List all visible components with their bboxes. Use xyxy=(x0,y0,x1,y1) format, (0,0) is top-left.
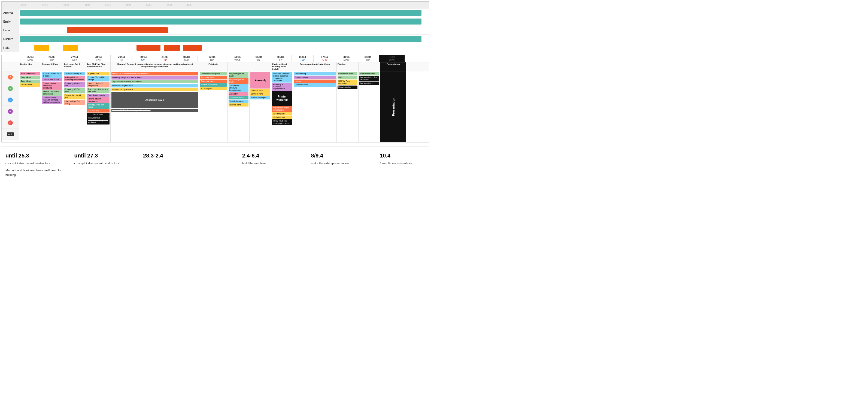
gantt-bar-hala-5 xyxy=(183,45,202,51)
circle-r: R xyxy=(8,109,13,114)
task-paste-sand: Paste or Sand Printing head install xyxy=(271,62,293,71)
note-bring-ideas-1: Bring Ideas xyxy=(20,76,40,79)
circle-a: A xyxy=(8,75,13,79)
col-09-04: Finalize the video Documentation, Try wi… xyxy=(359,71,380,142)
note-designing-rotational: Designing rotational bed xyxy=(64,82,85,88)
col-10-04-presentation: Presentation xyxy=(380,71,406,142)
gantt-track-riichiro xyxy=(19,35,429,43)
gantt-track-andrea xyxy=(19,8,429,17)
cal-col-29-03: 29/03 Fri xyxy=(111,55,132,62)
note-1030am-mtg: 10:30am Morning MTG xyxy=(64,72,85,75)
note-more-reference: More Reference xyxy=(20,72,40,75)
note-idealy-final: Idealy Have final paste printed piece xyxy=(272,119,292,125)
note-26-purple2: Documentation research for video making … xyxy=(42,96,62,104)
note-need-tools: Need Tools! xyxy=(87,113,110,116)
cal-col-09-04: 09/04 Tue xyxy=(357,55,379,62)
col-08-04: Finalize the video Slide 3D Print Parts … xyxy=(337,71,359,142)
col-28-03: 3Dprint gears Prepare 3D print file syri… xyxy=(86,71,111,142)
gantt-bar-riichiro xyxy=(20,36,422,42)
gantt-name-labels: Andrea Emily Lena Riichiro Hala xyxy=(2,2,19,52)
gantt-bar-lena xyxy=(67,27,168,33)
note-finalize-09: Finalize the video xyxy=(359,72,379,75)
summary-col-25: until 25.3 concept + discuss with instru… xyxy=(4,153,70,178)
summary-text-10: 1 min Video Presentation xyxy=(380,161,422,166)
note-3dprint-gears: 3Dprint gears xyxy=(87,72,110,75)
summary-date-25: until 25.3 xyxy=(5,153,66,159)
note-assemble-day3-or: or Assemble Day 3 and enjoyed the weeken… xyxy=(112,109,198,112)
row-label-e: E xyxy=(2,83,19,94)
cal-col-08-04: 08/04 Mon xyxy=(335,55,357,62)
note-27-laser-safety: Laser safety / Gas setting xyxy=(64,100,85,105)
gantt-label-emily: Emily xyxy=(2,17,19,26)
row-labels: A E L R H ALL xyxy=(2,71,19,142)
note-assembly-03: Assembly xyxy=(228,92,248,96)
gantt-bar-hala-4 xyxy=(164,45,180,51)
col-06-07-04: Video editing Documentation Naming Docum… xyxy=(293,71,337,142)
col-04-04: Assembly 3D Print Parts 3D Print Parts G… xyxy=(250,71,271,142)
task-presentation: Presentation xyxy=(380,62,406,71)
cal-col-27-03: 27/03 Wed xyxy=(63,55,86,62)
col-05-04: Research Mentions to drive-supported com… xyxy=(271,71,293,142)
note-bring-ideas-2: Bring Ideas xyxy=(20,79,40,83)
note-doc-try-sand: Documentation, Try with Sand xyxy=(359,76,379,82)
note-documentation-08: Documentation xyxy=(338,86,358,89)
gantt-timescale: 25/03 27/03 29/03 31/03 02/04 04/04 06/0… xyxy=(19,2,429,8)
note-assembly-frame-2: Assembly frame xyxy=(200,79,227,83)
col-25-03: More Reference Bring Ideas Bring Ideas D… xyxy=(19,71,41,142)
summary-date-24: 2.4-6.4 xyxy=(242,153,303,159)
note-slide-08: Slide xyxy=(338,76,358,79)
note-26-pink: Documentation check with scheduling xyxy=(42,82,62,90)
note-discuss-tutors: Discuss with Tutors xyxy=(42,78,62,82)
note-trouble-firmware-03b: Trouble firmware xyxy=(228,100,248,103)
content-grid: A E L R H ALL More Reference B xyxy=(1,71,429,142)
note-missing-3d: Missing 3d print components xyxy=(87,97,110,103)
cal-col-26-03: 26/03 Tue xyxy=(41,55,63,62)
gantt-label-riichiro: Riichiro xyxy=(2,35,19,43)
note-assembly-04: Assembly xyxy=(250,72,270,89)
gantt-label-lena: Lena xyxy=(2,26,19,35)
note-trouble-firmware-03: Trouble firmware xyxy=(228,96,248,99)
note-research-05: Research Mentions to drive-supported com… xyxy=(272,72,292,83)
note-assemble-day2: Assemble Day 2 xyxy=(112,92,198,108)
gantt-bar-hala-2 xyxy=(63,45,78,51)
col-26-03: 10:30m Discuss Idea & Decide Discuss wit… xyxy=(41,71,63,142)
note-documentation-06b: Documentation xyxy=(294,83,336,86)
gantt-track-emily xyxy=(19,17,429,26)
summary-date-89: 8/9.4 xyxy=(311,153,372,159)
gantt-track-hala xyxy=(19,43,429,52)
note-video-editing: Video editing xyxy=(294,72,336,75)
calendar-header: 25/03 Mon 26/03 Tue 27/03 Wed 28/03 Thu … xyxy=(1,55,429,62)
summary-section: until 25.3 concept + discuss with instru… xyxy=(1,147,429,183)
note-organizing-all: Organizing all the parts xyxy=(228,72,248,78)
gantt-label-andrea: Andrea xyxy=(2,8,19,17)
task-test-3dprint: Test 3D Print Plan Remote works xyxy=(86,62,111,71)
cal-col-01-04: 01/04 Mon xyxy=(176,55,198,62)
note-trouble-electronics: Trouble Electronics xyxy=(200,83,227,86)
note-3d-print-parts-04b: 3D Print Parts xyxy=(250,92,270,96)
main-container: Andrea Emily Lena Riichiro Hala 25/03 27… xyxy=(0,0,430,185)
note-naming: Naming xyxy=(294,79,336,83)
note-3d-print-parts-1: 3D Print parts xyxy=(200,87,227,90)
note-ideally-components: Idealy Have all components ready to be a… xyxy=(87,116,110,124)
gantt-bar-emily xyxy=(20,19,422,25)
note-1030-discuss: 10:30m Discuss Idea & Decide xyxy=(42,72,62,78)
task-fabricate-cont xyxy=(228,62,271,71)
col-02-04: Documentation Update Assembly frame Asse… xyxy=(199,71,228,142)
row-label-h: H xyxy=(2,117,19,129)
note-3d-print-parts-05: 3D Print parts xyxy=(272,112,292,116)
note-connect-electrical: connect electrical components xyxy=(87,82,110,88)
gantt-section: Andrea Emily Lena Riichiro Hala 25/03 27… xyxy=(1,1,429,52)
task-remote-design: (Remote) Design & prepare files for miss… xyxy=(111,62,199,71)
cal-spacer xyxy=(2,55,19,62)
note-designing-3d: Designing 3D Print parts xyxy=(64,88,85,93)
note-27-pink: Making of ideas improving components xyxy=(64,76,85,82)
summary-col-10: 10.4 1 min Video Presentation xyxy=(376,153,426,178)
gantt-track-lena xyxy=(19,26,429,35)
note-find-all-components: Find all components xyxy=(87,94,110,97)
cal-col-05-04: 05/04 Fri xyxy=(270,55,292,62)
note-move-motor: move motor by firmware xyxy=(112,88,198,91)
summary-col-89: 8/9.4 make the video/presentation xyxy=(307,153,376,178)
circle-h: H xyxy=(8,121,13,125)
content-columns: More Reference Bring Ideas Bring Ideas D… xyxy=(19,71,429,142)
summary-text-24: build the machine xyxy=(242,161,303,166)
